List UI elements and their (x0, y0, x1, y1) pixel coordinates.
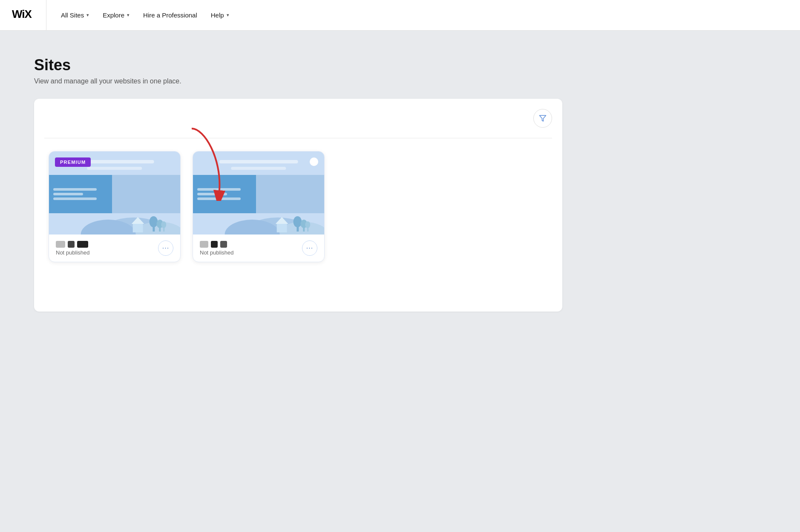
nav-hire-professional[interactable]: Hire a Professional (137, 8, 203, 22)
filter-icon (539, 114, 547, 122)
wix-logo-text: WiX (12, 8, 34, 23)
explore-chevron-icon: ▾ (127, 12, 129, 18)
card-footer-2: Not published ··· (193, 235, 324, 262)
site-more-button-2[interactable]: ··· (302, 240, 317, 256)
svg-point-9 (149, 216, 158, 227)
nav-explore[interactable]: Explore ▾ (97, 8, 135, 22)
thumb-landscape-2 (193, 211, 324, 235)
thumb-top-bar-2b (231, 167, 286, 170)
filter-btn-wrap (44, 109, 552, 128)
thumb-mid-2 (193, 175, 324, 213)
card-thumb-2 (193, 152, 324, 235)
thumb-line-2 (53, 193, 83, 195)
thumb-line-2c (197, 197, 241, 200)
swatches-row-2 (200, 241, 234, 248)
svg-marker-1 (540, 115, 546, 121)
sites-divider (44, 138, 552, 138)
card-footer-left-1: Not published (56, 241, 90, 256)
svg-point-20 (293, 216, 302, 227)
thumb-landscape-1 (49, 211, 180, 235)
thumb-line-2b (197, 193, 227, 195)
thumb-line-2a (197, 188, 241, 191)
navbar-logo: WiX (0, 0, 46, 30)
main-content: Sites View and manage all your websites … (0, 31, 596, 329)
site-card-2: Not published ··· (193, 151, 325, 262)
sites-grid: PREMIUM (44, 151, 552, 262)
color-swatch-2b (211, 241, 218, 248)
color-swatch-1a (56, 241, 65, 248)
swatches-row-1 (56, 241, 90, 248)
sites-container: PREMIUM (34, 99, 562, 312)
color-swatch-1b (68, 241, 75, 248)
site-status-1: Not published (56, 249, 90, 256)
nav-all-sites[interactable]: All Sites ▾ (55, 8, 95, 22)
svg-point-24 (305, 221, 310, 228)
thumb-line-3 (53, 197, 97, 200)
card-thumb-1: PREMIUM (49, 152, 180, 235)
page-subtitle: View and manage all your websites in one… (34, 77, 562, 85)
card-footer-1: Not published ··· (49, 235, 180, 262)
thumb-mid-left-1 (49, 175, 112, 213)
help-label: Help (211, 11, 224, 19)
dot-indicator (310, 157, 318, 166)
all-sites-chevron-icon: ▾ (86, 12, 89, 18)
card-footer-left-2: Not published (200, 241, 234, 256)
thumb-mid-1 (49, 175, 180, 213)
thumb-mid-left-2 (193, 175, 256, 213)
filter-button[interactable] (533, 109, 552, 128)
thumb-line-1 (53, 188, 97, 191)
premium-badge: PREMIUM (55, 157, 91, 167)
nav-help[interactable]: Help ▾ (205, 8, 235, 22)
help-chevron-icon: ▾ (227, 12, 229, 18)
navbar-links: All Sites ▾ Explore ▾ Hire a Professiona… (46, 0, 244, 30)
thumb-top-bar-2 (87, 167, 142, 170)
site-card-1: PREMIUM (49, 151, 181, 262)
svg-rect-18 (277, 224, 287, 232)
navbar: WiX All Sites ▾ Explore ▾ Hire a Profess… (0, 0, 800, 31)
color-swatch-2a (200, 241, 208, 248)
thumb-top-bar-2a (219, 160, 298, 163)
site-status-2: Not published (200, 249, 234, 256)
color-swatch-2c (220, 241, 227, 248)
svg-point-13 (161, 221, 166, 228)
svg-rect-7 (133, 224, 143, 232)
all-sites-label: All Sites (61, 11, 84, 19)
hire-professional-label: Hire a Professional (143, 11, 197, 19)
explore-label: Explore (103, 11, 124, 19)
site-more-button-1[interactable]: ··· (158, 240, 173, 256)
color-swatch-1c (77, 241, 88, 248)
svg-text:WiX: WiX (12, 8, 32, 20)
page-title: Sites (34, 56, 562, 74)
